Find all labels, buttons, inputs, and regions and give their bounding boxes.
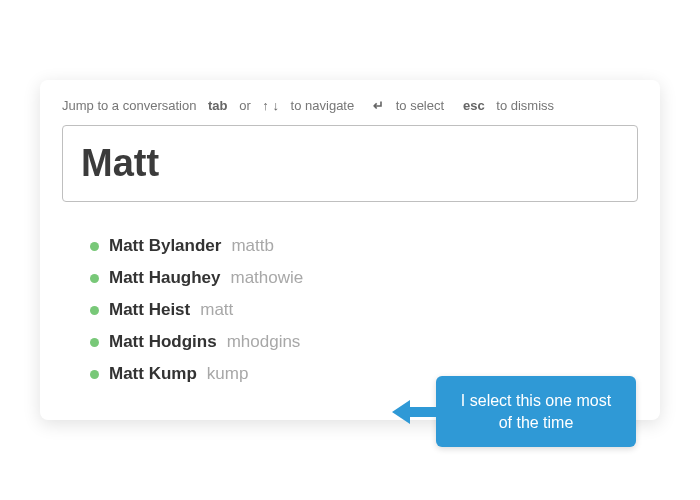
quick-switcher-panel: Jump to a conversation tab or ↑ ↓ to nav… [40, 80, 660, 420]
result-row[interactable]: Matt Bylander mattb [90, 230, 638, 262]
presence-dot-icon [90, 274, 99, 283]
hint-navigate: to navigate [291, 98, 355, 113]
result-display-name: Matt Heist [109, 300, 190, 320]
result-display-name: Matt Bylander [109, 236, 221, 256]
results-list: Matt Bylander mattb Matt Haughey mathowi… [62, 230, 638, 390]
result-username: matt [200, 300, 233, 320]
result-display-name: Matt Haughey [109, 268, 220, 288]
presence-dot-icon [90, 242, 99, 251]
result-username: mhodgins [227, 332, 301, 352]
annotation-callout: I select this one most of the time [436, 376, 636, 447]
hint-select: to select [396, 98, 444, 113]
callout-text: I select this one most of the time [461, 392, 611, 431]
keyboard-hint-bar: Jump to a conversation tab or ↑ ↓ to nav… [62, 98, 638, 113]
presence-dot-icon [90, 338, 99, 347]
result-username: kump [207, 364, 249, 384]
result-row[interactable]: Matt Heist matt [90, 294, 638, 326]
hint-or: or [239, 98, 251, 113]
kbd-tab: tab [208, 98, 228, 113]
kbd-enter: ↵ [373, 98, 384, 113]
arrow-left-icon [392, 398, 438, 426]
kbd-esc: esc [463, 98, 485, 113]
result-username: mathowie [230, 268, 303, 288]
result-display-name: Matt Hodgins [109, 332, 217, 352]
kbd-arrows: ↑ ↓ [262, 98, 279, 113]
hint-dismiss: to dismiss [496, 98, 554, 113]
result-row[interactable]: Matt Haughey mathowie [90, 262, 638, 294]
svg-marker-0 [392, 400, 438, 424]
presence-dot-icon [90, 306, 99, 315]
search-input[interactable] [81, 142, 619, 185]
result-username: mattb [231, 236, 274, 256]
hint-label: Jump to a conversation [62, 98, 196, 113]
presence-dot-icon [90, 370, 99, 379]
search-box[interactable] [62, 125, 638, 202]
result-row[interactable]: Matt Hodgins mhodgins [90, 326, 638, 358]
result-display-name: Matt Kump [109, 364, 197, 384]
